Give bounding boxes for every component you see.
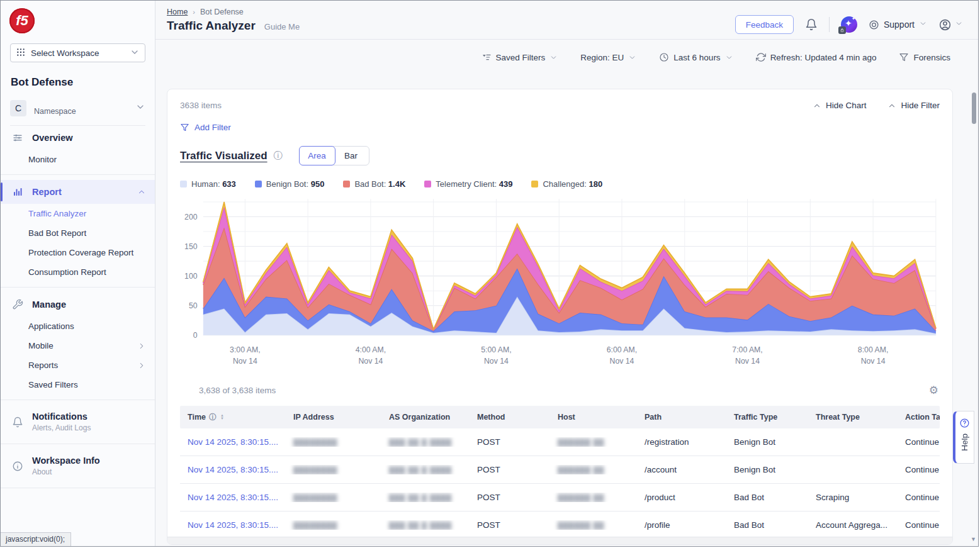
legend-label: Human: 633 bbox=[191, 179, 236, 189]
breadcrumb-current: Bot Defense bbox=[200, 8, 244, 16]
feedback-button[interactable]: Feedback bbox=[735, 15, 794, 34]
bell-icon[interactable] bbox=[805, 18, 818, 31]
sparkle-small-icon: ✦ bbox=[852, 16, 855, 21]
hide-chart-toggle[interactable]: Hide Chart bbox=[813, 101, 867, 110]
area-view-button[interactable]: Area bbox=[299, 146, 335, 165]
add-filter-button[interactable]: Add Filter bbox=[180, 123, 231, 132]
cell-value: POST bbox=[477, 493, 500, 502]
cell-time[interactable]: Nov 14 2025, 8:30:15.... bbox=[180, 465, 286, 474]
cell-path: /account bbox=[637, 465, 726, 474]
legend-telemetry-client[interactable]: Telemetry Client: 439 bbox=[424, 179, 512, 189]
support-menu[interactable]: Support bbox=[869, 20, 927, 30]
column-header-ip-address[interactable]: IP Address bbox=[286, 413, 381, 422]
time-link[interactable]: Nov 14 2025, 8:30:15.... bbox=[188, 520, 278, 530]
sidebar-item-protection-coverage-report[interactable]: Protection Coverage Report bbox=[1, 243, 155, 262]
sidebar-item-reports[interactable]: Reports bbox=[1, 355, 155, 375]
cell-value: Continue bbox=[905, 520, 939, 530]
horizontal-scrollbar[interactable] bbox=[167, 537, 952, 544]
cell-action-taken: Continue bbox=[898, 493, 940, 502]
info-icon[interactable]: ⓘ bbox=[209, 412, 217, 423]
bar-view-button[interactable]: Bar bbox=[333, 146, 369, 165]
chevron-right-icon bbox=[137, 361, 146, 370]
workspace-selector-label: Select Workspace bbox=[31, 48, 99, 58]
sidebar-item-traffic-analyzer[interactable]: Traffic Analyzer bbox=[1, 204, 155, 223]
filter-forensics[interactable]: Forensics bbox=[899, 52, 950, 62]
legend-benign-bot[interactable]: Benign Bot: 950 bbox=[255, 179, 325, 189]
account-menu[interactable] bbox=[938, 18, 963, 31]
sidebar-item-saved-filters[interactable]: Saved Filters bbox=[1, 375, 155, 394]
legend-label: Challenged: 180 bbox=[543, 179, 602, 189]
legend-human[interactable]: Human: 633 bbox=[180, 179, 236, 189]
gear-icon[interactable]: ⚙ bbox=[929, 384, 938, 397]
filter-last-6-hours[interactable]: Last 6 hours bbox=[659, 52, 733, 62]
svg-text:8:00 AM,: 8:00 AM, bbox=[858, 345, 888, 354]
column-header-method[interactable]: Method bbox=[470, 413, 550, 422]
chart-legend: Human: 633Benign Bot: 950Bad Bot: 1.4KTe… bbox=[180, 179, 940, 189]
bar-chart-icon bbox=[12, 186, 23, 198]
scrollbar-down-arrow[interactable]: ▼ bbox=[971, 536, 976, 542]
time-link[interactable]: Nov 14 2025, 8:30:15.... bbox=[188, 465, 278, 474]
help-tab[interactable]: Help bbox=[953, 411, 974, 464]
legend-bad-bot[interactable]: Bad Bot: 1.4K bbox=[343, 179, 405, 189]
chevron-up-icon bbox=[887, 101, 896, 110]
breadcrumb-home-link[interactable]: Home bbox=[167, 8, 188, 16]
vertical-scrollbar[interactable]: ▼ bbox=[971, 42, 976, 542]
filter-saved-filters[interactable]: Saved Filters bbox=[482, 52, 558, 62]
time-link[interactable]: Nov 14 2025, 8:30:15.... bbox=[188, 493, 278, 502]
cell-time[interactable]: Nov 14 2025, 8:30:15.... bbox=[180, 437, 286, 447]
time-link[interactable]: Nov 14 2025, 8:30:15.... bbox=[188, 437, 278, 447]
cell-value: Bad Bot bbox=[734, 520, 764, 530]
cell-time[interactable]: Nov 14 2025, 8:30:15.... bbox=[180, 520, 286, 530]
sidebar: f5 Select Workspace Bot Defense C Namesp… bbox=[1, 1, 155, 546]
bell-icon bbox=[12, 417, 23, 428]
cell-method: POST bbox=[470, 493, 550, 502]
column-header-as-organization[interactable]: AS Organization bbox=[381, 413, 470, 422]
column-header-path[interactable]: Path bbox=[637, 413, 726, 422]
sidebar-item-applications[interactable]: Applications bbox=[1, 316, 155, 336]
filter-refresh-updated-4-min-ago[interactable]: Refresh: Updated 4 min ago bbox=[756, 52, 877, 62]
add-filter-label: Add Filter bbox=[194, 123, 231, 132]
namespace-selector[interactable]: C Namespace bbox=[10, 100, 145, 126]
sidebar-item-report[interactable]: Report bbox=[1, 180, 155, 204]
guide-me-link[interactable]: Guide Me bbox=[264, 22, 300, 31]
cell-traffic-type: Benign Bot bbox=[726, 465, 808, 474]
wrench-icon bbox=[12, 299, 23, 310]
table-header-row: Timeⓘ▲▼IP AddressAS OrganizationMethodHo… bbox=[180, 406, 940, 428]
column-header-host[interactable]: Host bbox=[550, 413, 637, 422]
sidebar-item-monitor[interactable]: Monitor bbox=[1, 150, 155, 169]
cell-value: POST bbox=[477, 465, 500, 474]
ai-assistant-icon[interactable]: ✦ ✦ bbox=[841, 16, 857, 33]
sidebar-item-mobile[interactable]: Mobile bbox=[1, 336, 155, 355]
hide-filter-toggle[interactable]: Hide Filter bbox=[887, 101, 940, 110]
sidebar-item-manage[interactable]: Manage bbox=[1, 293, 155, 316]
cell-as-org: ███ ██ █ ████ bbox=[381, 520, 470, 530]
sort-icon[interactable]: ▲▼ bbox=[220, 414, 224, 420]
chart-title[interactable]: Traffic Visualized bbox=[180, 150, 268, 162]
sidebar-item-overview[interactable]: Overview bbox=[1, 126, 155, 150]
column-header-traffic-type[interactable]: Traffic Type bbox=[726, 413, 808, 422]
column-header-threat-type[interactable]: Threat Type bbox=[808, 413, 898, 422]
sidebar-item-bad-bot-report[interactable]: Bad Bot Report bbox=[1, 223, 155, 243]
cell-time[interactable]: Nov 14 2025, 8:30:15.... bbox=[180, 493, 286, 502]
scrollbar-thumb[interactable] bbox=[972, 92, 976, 124]
legend-challenged[interactable]: Challenged: 180 bbox=[531, 179, 602, 189]
page-header: Home › Bot Defense Traffic Analyzer Guid… bbox=[155, 1, 978, 40]
cell-host: ██████ ██ bbox=[550, 465, 637, 474]
workspace-selector[interactable]: Select Workspace bbox=[10, 43, 145, 62]
sidebar-item-notifications[interactable]: NotificationsAlerts, Audit Logs bbox=[1, 405, 155, 439]
column-header-time[interactable]: Timeⓘ▲▼ bbox=[180, 412, 286, 423]
filter-label: Last 6 hours bbox=[673, 53, 720, 62]
sidebar-item-consumption-report[interactable]: Consumption Report bbox=[1, 262, 155, 282]
legend-label: Benign Bot: 950 bbox=[266, 179, 325, 189]
sidebar-item-label: Bad Bot Report bbox=[28, 228, 86, 238]
filter-region-eu[interactable]: Region: EU bbox=[580, 53, 636, 62]
f5-logo: f5 bbox=[9, 8, 37, 36]
table-row: Nov 14 2025, 8:30:15....███████████ ██ █… bbox=[180, 484, 940, 512]
cell-value: Continue bbox=[905, 437, 939, 447]
sidebar-item-workspace-info[interactable]: Workspace InfoAbout bbox=[1, 449, 155, 483]
cell-as-org: ███ ██ █ ████ bbox=[381, 493, 470, 502]
info-icon[interactable]: ⓘ bbox=[274, 150, 283, 162]
cell-value: Benign Bot bbox=[734, 437, 775, 447]
sidebar-divider bbox=[1, 444, 155, 444]
column-header-action-taken[interactable]: Action Taken bbox=[898, 413, 940, 422]
